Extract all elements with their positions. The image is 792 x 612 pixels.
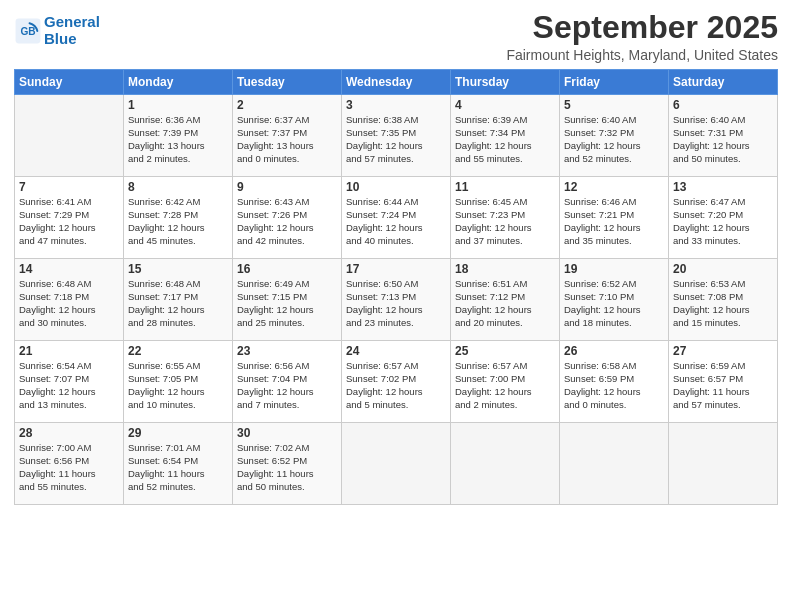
day-number: 9 [237, 180, 337, 194]
calendar-cell: 15Sunrise: 6:48 AM Sunset: 7:17 PM Dayli… [124, 259, 233, 341]
cell-info: Sunrise: 7:02 AM Sunset: 6:52 PM Dayligh… [237, 442, 337, 493]
svg-text:GB: GB [20, 25, 35, 36]
day-number: 1 [128, 98, 228, 112]
calendar-cell: 3Sunrise: 6:38 AM Sunset: 7:35 PM Daylig… [342, 95, 451, 177]
cell-info: Sunrise: 6:50 AM Sunset: 7:13 PM Dayligh… [346, 278, 446, 329]
calendar-cell: 2Sunrise: 6:37 AM Sunset: 7:37 PM Daylig… [233, 95, 342, 177]
day-number: 3 [346, 98, 446, 112]
calendar-cell: 25Sunrise: 6:57 AM Sunset: 7:00 PM Dayli… [451, 341, 560, 423]
day-number: 20 [673, 262, 773, 276]
calendar-table: SundayMondayTuesdayWednesdayThursdayFrid… [14, 69, 778, 505]
calendar-cell [451, 423, 560, 505]
calendar-cell: 6Sunrise: 6:40 AM Sunset: 7:31 PM Daylig… [669, 95, 778, 177]
day-number: 5 [564, 98, 664, 112]
cell-info: Sunrise: 6:45 AM Sunset: 7:23 PM Dayligh… [455, 196, 555, 247]
cell-info: Sunrise: 6:57 AM Sunset: 7:02 PM Dayligh… [346, 360, 446, 411]
calendar-cell: 17Sunrise: 6:50 AM Sunset: 7:13 PM Dayli… [342, 259, 451, 341]
logo-text: General Blue [44, 14, 100, 47]
day-number: 6 [673, 98, 773, 112]
calendar-cell: 19Sunrise: 6:52 AM Sunset: 7:10 PM Dayli… [560, 259, 669, 341]
week-row-2: 14Sunrise: 6:48 AM Sunset: 7:18 PM Dayli… [15, 259, 778, 341]
weekday-header-sunday: Sunday [15, 70, 124, 95]
title-block: September 2025 Fairmount Heights, Maryla… [506, 10, 778, 63]
weekday-header-row: SundayMondayTuesdayWednesdayThursdayFrid… [15, 70, 778, 95]
calendar-cell: 14Sunrise: 6:48 AM Sunset: 7:18 PM Dayli… [15, 259, 124, 341]
week-row-0: 1Sunrise: 6:36 AM Sunset: 7:39 PM Daylig… [15, 95, 778, 177]
calendar-cell: 26Sunrise: 6:58 AM Sunset: 6:59 PM Dayli… [560, 341, 669, 423]
cell-info: Sunrise: 7:00 AM Sunset: 6:56 PM Dayligh… [19, 442, 119, 493]
day-number: 10 [346, 180, 446, 194]
day-number: 2 [237, 98, 337, 112]
weekday-header-tuesday: Tuesday [233, 70, 342, 95]
cell-info: Sunrise: 6:57 AM Sunset: 7:00 PM Dayligh… [455, 360, 555, 411]
cell-info: Sunrise: 6:39 AM Sunset: 7:34 PM Dayligh… [455, 114, 555, 165]
logo-icon: GB [14, 17, 42, 45]
cell-info: Sunrise: 7:01 AM Sunset: 6:54 PM Dayligh… [128, 442, 228, 493]
cell-info: Sunrise: 6:37 AM Sunset: 7:37 PM Dayligh… [237, 114, 337, 165]
calendar-cell: 12Sunrise: 6:46 AM Sunset: 7:21 PM Dayli… [560, 177, 669, 259]
cell-info: Sunrise: 6:40 AM Sunset: 7:31 PM Dayligh… [673, 114, 773, 165]
cell-info: Sunrise: 6:48 AM Sunset: 7:17 PM Dayligh… [128, 278, 228, 329]
day-number: 27 [673, 344, 773, 358]
calendar-cell [669, 423, 778, 505]
calendar-cell: 13Sunrise: 6:47 AM Sunset: 7:20 PM Dayli… [669, 177, 778, 259]
cell-info: Sunrise: 6:43 AM Sunset: 7:26 PM Dayligh… [237, 196, 337, 247]
calendar-cell: 22Sunrise: 6:55 AM Sunset: 7:05 PM Dayli… [124, 341, 233, 423]
day-number: 24 [346, 344, 446, 358]
cell-info: Sunrise: 6:41 AM Sunset: 7:29 PM Dayligh… [19, 196, 119, 247]
cell-info: Sunrise: 6:54 AM Sunset: 7:07 PM Dayligh… [19, 360, 119, 411]
calendar-cell: 20Sunrise: 6:53 AM Sunset: 7:08 PM Dayli… [669, 259, 778, 341]
logo: GB General Blue [14, 14, 100, 47]
calendar-cell: 23Sunrise: 6:56 AM Sunset: 7:04 PM Dayli… [233, 341, 342, 423]
calendar-cell [342, 423, 451, 505]
calendar-cell: 18Sunrise: 6:51 AM Sunset: 7:12 PM Dayli… [451, 259, 560, 341]
cell-info: Sunrise: 6:49 AM Sunset: 7:15 PM Dayligh… [237, 278, 337, 329]
weekday-header-saturday: Saturday [669, 70, 778, 95]
header: GB General Blue September 2025 Fairmount… [14, 10, 778, 63]
calendar-cell: 16Sunrise: 6:49 AM Sunset: 7:15 PM Dayli… [233, 259, 342, 341]
cell-info: Sunrise: 6:51 AM Sunset: 7:12 PM Dayligh… [455, 278, 555, 329]
cell-info: Sunrise: 6:47 AM Sunset: 7:20 PM Dayligh… [673, 196, 773, 247]
calendar-cell: 10Sunrise: 6:44 AM Sunset: 7:24 PM Dayli… [342, 177, 451, 259]
calendar-cell: 24Sunrise: 6:57 AM Sunset: 7:02 PM Dayli… [342, 341, 451, 423]
calendar-cell: 29Sunrise: 7:01 AM Sunset: 6:54 PM Dayli… [124, 423, 233, 505]
week-row-3: 21Sunrise: 6:54 AM Sunset: 7:07 PM Dayli… [15, 341, 778, 423]
cell-info: Sunrise: 6:46 AM Sunset: 7:21 PM Dayligh… [564, 196, 664, 247]
day-number: 17 [346, 262, 446, 276]
month-title: September 2025 [506, 10, 778, 45]
day-number: 29 [128, 426, 228, 440]
calendar-cell: 5Sunrise: 6:40 AM Sunset: 7:32 PM Daylig… [560, 95, 669, 177]
day-number: 22 [128, 344, 228, 358]
cell-info: Sunrise: 6:59 AM Sunset: 6:57 PM Dayligh… [673, 360, 773, 411]
day-number: 25 [455, 344, 555, 358]
cell-info: Sunrise: 6:40 AM Sunset: 7:32 PM Dayligh… [564, 114, 664, 165]
location: Fairmount Heights, Maryland, United Stat… [506, 47, 778, 63]
day-number: 16 [237, 262, 337, 276]
calendar-cell: 11Sunrise: 6:45 AM Sunset: 7:23 PM Dayli… [451, 177, 560, 259]
day-number: 11 [455, 180, 555, 194]
calendar-cell: 7Sunrise: 6:41 AM Sunset: 7:29 PM Daylig… [15, 177, 124, 259]
day-number: 8 [128, 180, 228, 194]
calendar-cell [560, 423, 669, 505]
day-number: 13 [673, 180, 773, 194]
day-number: 4 [455, 98, 555, 112]
calendar-cell: 8Sunrise: 6:42 AM Sunset: 7:28 PM Daylig… [124, 177, 233, 259]
cell-info: Sunrise: 6:44 AM Sunset: 7:24 PM Dayligh… [346, 196, 446, 247]
cell-info: Sunrise: 6:56 AM Sunset: 7:04 PM Dayligh… [237, 360, 337, 411]
day-number: 7 [19, 180, 119, 194]
day-number: 18 [455, 262, 555, 276]
cell-info: Sunrise: 6:38 AM Sunset: 7:35 PM Dayligh… [346, 114, 446, 165]
day-number: 30 [237, 426, 337, 440]
day-number: 21 [19, 344, 119, 358]
calendar-cell [15, 95, 124, 177]
day-number: 19 [564, 262, 664, 276]
calendar-cell: 27Sunrise: 6:59 AM Sunset: 6:57 PM Dayli… [669, 341, 778, 423]
cell-info: Sunrise: 6:55 AM Sunset: 7:05 PM Dayligh… [128, 360, 228, 411]
weekday-header-monday: Monday [124, 70, 233, 95]
weekday-header-friday: Friday [560, 70, 669, 95]
calendar-cell: 21Sunrise: 6:54 AM Sunset: 7:07 PM Dayli… [15, 341, 124, 423]
cell-info: Sunrise: 6:58 AM Sunset: 6:59 PM Dayligh… [564, 360, 664, 411]
calendar-cell: 1Sunrise: 6:36 AM Sunset: 7:39 PM Daylig… [124, 95, 233, 177]
day-number: 15 [128, 262, 228, 276]
day-number: 26 [564, 344, 664, 358]
